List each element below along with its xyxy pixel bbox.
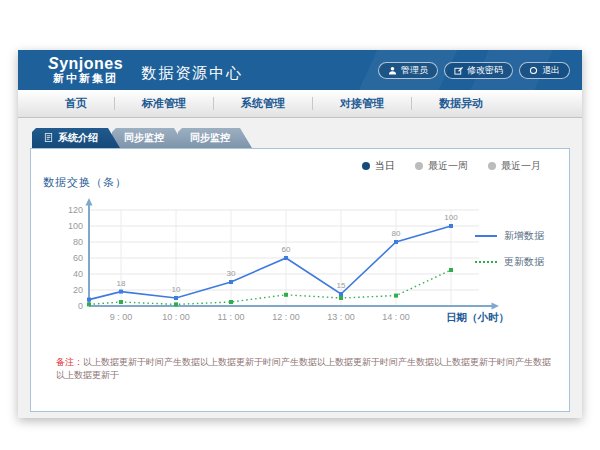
user-button-label: 管理员: [401, 64, 428, 77]
svg-text:20: 20: [73, 285, 83, 295]
nav-item-interface-mgmt[interactable]: 对接管理: [313, 97, 412, 110]
y-axis-title: 数据交换（条）: [43, 175, 127, 190]
legend-item-update-data[interactable]: 更新数据: [475, 255, 551, 269]
svg-text:80: 80: [392, 229, 401, 238]
svg-text:60: 60: [282, 245, 291, 254]
blue-solid-line-sample: [475, 235, 497, 237]
logout-button[interactable]: 退出: [519, 62, 570, 79]
radio-label: 最近一月: [501, 159, 541, 173]
svg-text:120: 120: [68, 205, 83, 215]
tab-bar: 系统介绍 同步监控 同步监控: [32, 128, 570, 148]
svg-text:100: 100: [68, 221, 83, 231]
tab-label: 同步监控: [124, 131, 164, 145]
logout-label: 退出: [542, 64, 560, 77]
chart-area: 0204060801001209 : 0010 : 0011 : 0012 : …: [59, 191, 511, 335]
chart-panel: 当日 最近一周 最近一月 数据交换（条） 0204060801001209 : …: [30, 148, 570, 412]
svg-text:80: 80: [73, 237, 83, 247]
nav-item-data-change[interactable]: 数据异动: [412, 97, 510, 110]
radio-label: 当日: [375, 159, 395, 173]
tab-sync-monitor-1[interactable]: 同步监控: [112, 128, 186, 148]
svg-text:15: 15: [337, 281, 346, 290]
app-title: 数据资源中心: [141, 64, 243, 83]
radio-dot: [415, 162, 423, 170]
svg-text:40: 40: [73, 269, 83, 279]
footnote-text: 以上数据更新于时间产生数据以上数据更新于时间产生数据以上数据更新于时间产生数据以…: [56, 357, 551, 380]
tab-label: 系统介绍: [58, 131, 98, 145]
change-password-label: 修改密码: [467, 64, 503, 77]
app-window: Synjones 新中新集团 数据资源中心 管理员 修改密码 退出: [18, 50, 582, 418]
svg-text:30: 30: [227, 269, 236, 278]
time-range-filter: 当日 最近一周 最近一月: [362, 159, 541, 173]
footnote-prefix: 备注：: [56, 357, 83, 367]
line-chart: 0204060801001209 : 0010 : 0011 : 0012 : …: [59, 191, 511, 331]
tab-system-intro[interactable]: 系统介绍: [32, 128, 120, 148]
nav-item-standard-mgmt[interactable]: 标准管理: [115, 97, 214, 110]
svg-text:100: 100: [444, 213, 458, 222]
radio-last-month[interactable]: 最近一月: [488, 159, 541, 173]
nav-item-system-mgmt[interactable]: 系统管理: [214, 97, 313, 110]
radio-dot: [362, 162, 370, 170]
svg-text:18: 18: [117, 279, 126, 288]
svg-text:0: 0: [78, 301, 83, 311]
power-icon: [529, 66, 538, 75]
content-area: 系统介绍 同步监控 同步监控 当日 最近一周: [18, 118, 582, 412]
footnote: 备注：以上数据更新于时间产生数据以上数据更新于时间产生数据以上数据更新于时间产生…: [56, 356, 555, 382]
tab-label: 同步监控: [190, 131, 230, 145]
user-icon: [388, 66, 397, 75]
svg-text:日期（小时）: 日期（小时）: [446, 311, 509, 324]
app-header: Synjones 新中新集团 数据资源中心 管理员 修改密码 退出: [18, 50, 582, 90]
document-icon: [44, 133, 53, 144]
svg-text:14 : 00: 14 : 00: [382, 312, 410, 322]
legend-label: 新增数据: [504, 229, 544, 243]
radio-today[interactable]: 当日: [362, 159, 395, 173]
svg-text:60: 60: [73, 253, 83, 263]
svg-text:13 : 00: 13 : 00: [327, 312, 355, 322]
svg-text:11 : 00: 11 : 00: [218, 312, 245, 322]
page-background: Synjones 新中新集团 数据资源中心 管理员 修改密码 退出: [0, 0, 600, 450]
radio-dot: [488, 162, 496, 170]
green-dotted-line-sample: [475, 261, 497, 263]
nav-item-home[interactable]: 首页: [38, 97, 115, 110]
brand-logo-en: Synjones: [48, 56, 123, 73]
chart-legend: 新增数据 更新数据: [475, 229, 551, 269]
svg-text:12 : 00: 12 : 00: [272, 312, 300, 322]
tab-sync-monitor-2[interactable]: 同步监控: [178, 128, 252, 148]
legend-item-new-data[interactable]: 新增数据: [475, 229, 551, 243]
radio-last-week[interactable]: 最近一周: [415, 159, 468, 173]
edit-icon: [454, 66, 463, 75]
main-nav: 首页 标准管理 系统管理 对接管理 数据异动: [18, 90, 582, 118]
svg-text:10: 10: [172, 285, 181, 294]
brand-logo[interactable]: Synjones 新中新集团: [48, 56, 123, 84]
svg-text:10 : 00: 10 : 00: [162, 312, 190, 322]
radio-label: 最近一周: [428, 159, 468, 173]
user-button[interactable]: 管理员: [378, 62, 438, 79]
legend-label: 更新数据: [504, 255, 544, 269]
svg-text:9 : 00: 9 : 00: [110, 312, 133, 322]
header-actions: 管理员 修改密码 退出: [378, 50, 570, 90]
change-password-button[interactable]: 修改密码: [444, 62, 513, 79]
brand-logo-cn: 新中新集团: [48, 73, 123, 85]
